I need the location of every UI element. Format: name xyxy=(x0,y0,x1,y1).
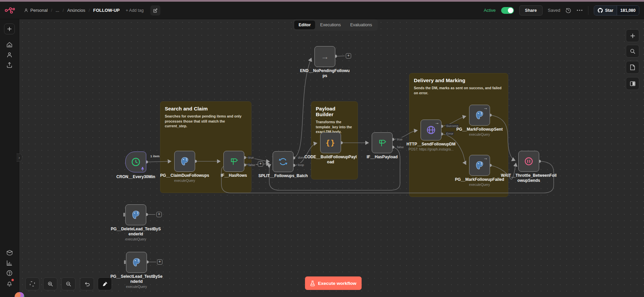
history-button[interactable] xyxy=(565,7,571,13)
github-icon xyxy=(597,8,603,13)
sidebar-item-insights[interactable] xyxy=(4,258,15,268)
node-pg-markfollowupfailed[interactable]: → xyxy=(469,155,490,176)
edit-workflow-button[interactable] xyxy=(150,5,160,15)
sidebar-item-share[interactable] xyxy=(4,60,15,70)
columns-icon xyxy=(630,81,636,86)
plus-icon xyxy=(630,33,635,38)
add-node-button[interactable]: + xyxy=(157,259,162,265)
active-toggle[interactable] xyxy=(501,7,514,14)
postgres-icon xyxy=(474,110,485,120)
tab-evaluations[interactable]: Evaluations xyxy=(346,21,376,29)
if-icon xyxy=(229,156,239,166)
broom-icon xyxy=(102,281,108,287)
zoom-in-icon xyxy=(48,281,53,287)
pinned-data-icon xyxy=(141,167,145,171)
saved-status: Saved xyxy=(548,8,560,13)
node-if-hasrows[interactable] xyxy=(223,151,244,172)
create-workflow-button[interactable] xyxy=(4,24,15,34)
node-pg-claimduefollowups[interactable] xyxy=(174,151,195,172)
sticky-title: Delivery and Marking xyxy=(414,77,503,83)
add-node-button[interactable]: + xyxy=(156,212,162,217)
tidy-up-button[interactable] xyxy=(98,277,112,290)
add-node-button[interactable]: + xyxy=(346,53,351,59)
retry-arrow-icon: → xyxy=(483,106,488,110)
fit-view-icon xyxy=(30,281,35,287)
node-http-sendfollowupdm[interactable]: → xyxy=(421,120,441,140)
sticky-title: Payload Builder xyxy=(316,106,353,117)
noop-arrow-icon: → xyxy=(321,52,329,61)
retry-arrow-icon: → xyxy=(483,156,488,160)
zoom-in-button[interactable] xyxy=(43,277,57,290)
upload-icon xyxy=(6,62,13,68)
github-star-widget[interactable]: Star 181,080 xyxy=(594,5,639,15)
add-node-button[interactable]: + xyxy=(258,161,263,167)
home-icon xyxy=(6,41,13,48)
search-nodes-button[interactable] xyxy=(626,45,639,58)
view-tabs: Editor Executions Evaluations xyxy=(293,19,378,31)
sidebar-item-notifications[interactable] xyxy=(4,278,15,288)
sticky-note-search-and-claim[interactable]: Search and Claim Searches for overdue pe… xyxy=(160,101,251,193)
code-braces-icon: {} xyxy=(326,139,335,147)
node-pg-deletelead-testbysenderid[interactable] xyxy=(125,204,146,225)
users-icon xyxy=(6,52,13,58)
add-tag-button[interactable]: + Add tag xyxy=(126,8,144,13)
sidebar-item-home[interactable] xyxy=(4,40,15,50)
workflow-name[interactable]: FOLLOW-UP xyxy=(93,8,120,13)
search-icon xyxy=(630,48,636,54)
breadcrumb-folder[interactable]: Anúncios xyxy=(67,8,85,13)
undo-button[interactable] xyxy=(80,277,94,290)
node-cron-every30min[interactable] xyxy=(125,152,146,172)
node-split-followups-batch[interactable] xyxy=(273,151,294,172)
zoom-out-button[interactable] xyxy=(61,277,75,290)
github-star-count: 181,080 xyxy=(617,6,639,15)
tab-editor[interactable]: Editor xyxy=(294,21,315,29)
sidebar-expand-handle[interactable]: › xyxy=(17,154,22,162)
node-pg-selectlead-testbysenderid[interactable] xyxy=(126,252,147,273)
node-code-buildfollowuppayload[interactable]: {} xyxy=(320,132,341,153)
sticky-note-panel-button[interactable] xyxy=(626,61,639,74)
ellipsis-icon xyxy=(577,9,583,11)
breadcrumb-project[interactable]: Personal xyxy=(24,8,48,13)
clock-icon xyxy=(130,157,141,167)
more-options-button[interactable] xyxy=(577,9,583,11)
divider xyxy=(588,6,588,15)
flask-icon xyxy=(310,280,315,286)
node-wait-throttle[interactable] xyxy=(518,151,539,172)
active-label: Active xyxy=(484,8,495,13)
plus-icon xyxy=(7,27,12,31)
n8n-logo[interactable] xyxy=(0,7,19,14)
top-bar: Personal / ... / Anúncios / FOLLOW-UP + … xyxy=(0,2,644,19)
share-button[interactable]: Share xyxy=(519,5,543,15)
add-node-panel-button[interactable] xyxy=(626,29,639,42)
pause-icon xyxy=(523,156,534,167)
fit-view-button[interactable] xyxy=(25,277,39,290)
node-pg-markfollowupsent[interactable]: → xyxy=(469,105,490,126)
toggle-knob xyxy=(508,8,513,13)
github-star-button[interactable]: Star xyxy=(594,6,616,15)
notification-dot xyxy=(11,279,14,281)
breadcrumb-ellipsis[interactable]: ... xyxy=(56,8,59,13)
node-if-haspayload[interactable] xyxy=(372,132,393,153)
edit-icon xyxy=(153,8,158,13)
if-icon xyxy=(377,138,387,148)
tab-executions[interactable]: Executions xyxy=(316,21,345,29)
sticky-description: Searches for overdue pending items and o… xyxy=(165,114,247,129)
execute-workflow-button[interactable]: Execute workflow xyxy=(305,276,362,290)
help-icon xyxy=(6,270,13,276)
breadcrumb: Personal / ... / Anúncios / FOLLOW-UP + … xyxy=(24,5,160,15)
postgres-icon xyxy=(131,210,141,220)
topbar-right-controls: Active Share Saved Star 181,080 xyxy=(484,5,644,15)
sticky-description: Sends the DM, marks as sent on success, … xyxy=(414,86,503,95)
breadcrumb-separator: / xyxy=(51,8,52,13)
zoom-out-icon xyxy=(66,281,71,287)
user-icon xyxy=(24,8,28,12)
node-end-nopendingfollowups[interactable]: → xyxy=(314,46,335,67)
templates-icon xyxy=(6,250,13,257)
sidebar-item-help[interactable] xyxy=(4,268,15,278)
sidebar-item-users[interactable] xyxy=(4,50,15,60)
breadcrumb-separator: / xyxy=(63,8,64,13)
loop-icon xyxy=(278,157,288,167)
split-view-button[interactable] xyxy=(626,77,639,90)
sidebar-item-templates[interactable] xyxy=(4,248,15,258)
n8n-logo-icon xyxy=(5,7,15,14)
